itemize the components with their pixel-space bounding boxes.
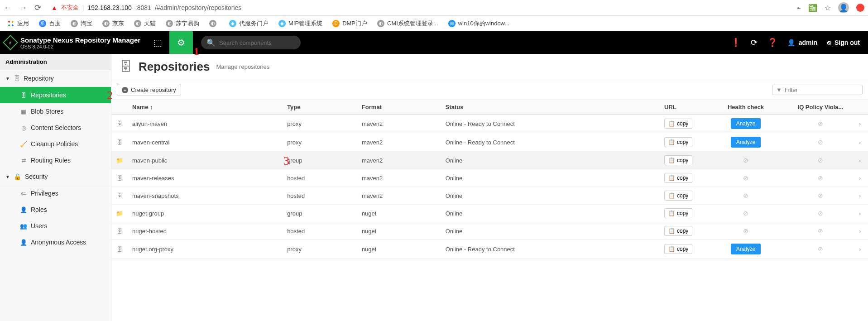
table-row[interactable]: 🗄maven-releaseshostedmaven2Online📋copy⊘⊘… bbox=[111, 169, 868, 187]
caret-down-icon: ▼ bbox=[5, 76, 10, 81]
address-bar[interactable]: ▲ 不安全 | 192.168.23.100:8081/#admin/repos… bbox=[46, 2, 792, 14]
bookmark-item[interactable]: ◐淘宝 bbox=[71, 19, 92, 28]
signout-button[interactable]: ⎋Sign out bbox=[827, 39, 860, 46]
admin-mode-icon[interactable]: ⚙ 1 bbox=[169, 31, 193, 54]
create-repository-button[interactable]: +Create repository bbox=[117, 84, 181, 96]
cell-name: maven-releases bbox=[128, 169, 283, 187]
col-iq[interactable]: IQ Policy Viola... bbox=[786, 100, 854, 115]
sidebar-item-anonymous[interactable]: 👤Anonymous Access bbox=[0, 234, 111, 250]
bookmark-item[interactable]: ⊞win10你的window... bbox=[448, 19, 509, 28]
copy-url-button[interactable]: 📋copy bbox=[664, 173, 692, 183]
copy-url-button[interactable]: 📋copy bbox=[664, 191, 692, 201]
disabled-icon: ⊘ bbox=[818, 157, 823, 164]
cell-name: nuget-group bbox=[128, 205, 283, 222]
table-row[interactable]: 🗄maven-snapshotshostedmaven2Online📋copy⊘… bbox=[111, 187, 868, 205]
bookmark-item[interactable]: DDMP门户 bbox=[332, 19, 367, 28]
route-icon: ⇄ bbox=[20, 157, 27, 164]
repo-icon: 🗄 bbox=[117, 175, 123, 182]
back-icon[interactable]: ← bbox=[4, 3, 12, 13]
globe-icon: ◐ bbox=[71, 20, 78, 27]
bookmark-item[interactable]: ◐天猫 bbox=[134, 19, 156, 28]
repo-icon: 🗄 bbox=[117, 246, 123, 253]
disabled-icon: ⊘ bbox=[818, 192, 823, 199]
sidebar-item-repositories[interactable]: 🗄Repositories2 bbox=[0, 87, 111, 103]
copy-url-button[interactable]: 📋copy bbox=[664, 155, 692, 165]
analyze-button[interactable]: Analyze bbox=[731, 137, 761, 148]
bookmark-item[interactable]: ◐苏宁易购 bbox=[166, 19, 199, 28]
apps-button[interactable]: 应用 bbox=[7, 19, 29, 28]
browse-mode-icon[interactable]: ⬚ bbox=[146, 37, 169, 48]
warning-icon[interactable]: ❗ bbox=[731, 38, 741, 48]
table-row[interactable]: 🗄maven-centralproxymaven2Online - Ready … bbox=[111, 133, 868, 152]
bookmark-item[interactable]: ◆代服务门户 bbox=[229, 19, 269, 28]
analyze-button[interactable]: Analyze bbox=[731, 118, 761, 129]
sidebar-item-content-selectors[interactable]: ◎Content Selectors bbox=[0, 120, 111, 136]
copy-url-button[interactable]: 📋copy bbox=[664, 226, 692, 236]
col-status[interactable]: Status bbox=[441, 100, 660, 115]
search-input[interactable] bbox=[219, 39, 295, 46]
sidebar-item-privileges[interactable]: 🏷Privileges bbox=[0, 185, 111, 201]
chevron-right-icon[interactable]: › bbox=[859, 139, 861, 146]
bookmark-item[interactable]: ◐京东 bbox=[102, 19, 124, 28]
bookmark-item[interactable]: ◐CMI系统管理登录... bbox=[377, 19, 438, 28]
refresh-icon[interactable]: ⟳ bbox=[751, 38, 758, 48]
sidebar-item-routing-rules[interactable]: ⇄Routing Rules bbox=[0, 152, 111, 168]
chevron-right-icon[interactable]: › bbox=[859, 192, 861, 199]
plus-icon: + bbox=[122, 87, 128, 93]
extension-icon[interactable] bbox=[856, 4, 864, 12]
clipboard-icon: 📋 bbox=[668, 175, 675, 181]
forward-icon[interactable]: → bbox=[19, 3, 27, 13]
table-row[interactable]: 🗄nuget-hostedhostednugetOnline📋copy⊘⊘› bbox=[111, 222, 868, 240]
sidebar-group-repository[interactable]: ▼🗄Repository bbox=[0, 70, 111, 87]
star-icon[interactable]: ☆ bbox=[825, 4, 831, 12]
filter-icon: ▼ bbox=[776, 86, 782, 93]
sidebar-group-security[interactable]: ▼🔒Security bbox=[0, 168, 111, 185]
app-logo[interactable]: r bbox=[0, 37, 20, 48]
copy-url-button[interactable]: 📋copy bbox=[664, 208, 692, 218]
sidebar-item-roles[interactable]: 👤Roles bbox=[0, 201, 111, 218]
cell-type: proxy bbox=[283, 240, 357, 259]
chevron-right-icon[interactable]: › bbox=[859, 228, 861, 235]
analyze-button[interactable]: Analyze bbox=[731, 244, 761, 254]
chevron-right-icon[interactable]: › bbox=[859, 246, 861, 253]
search-box[interactable]: 🔍 bbox=[201, 36, 301, 49]
col-format[interactable]: Format bbox=[357, 100, 441, 115]
sidebar-item-blob-stores[interactable]: ▦Blob Stores bbox=[0, 103, 111, 120]
globe-icon: 爪 bbox=[39, 20, 46, 27]
sidebar-item-users[interactable]: 👥Users bbox=[0, 218, 111, 234]
page-title: Repositories bbox=[139, 60, 210, 74]
chevron-right-icon[interactable]: › bbox=[859, 210, 861, 217]
reload-icon[interactable]: ⟳ bbox=[34, 3, 41, 13]
caret-down-icon: ▼ bbox=[5, 174, 10, 179]
bookmark-item[interactable]: 爪百度 bbox=[39, 19, 61, 28]
cell-format: nuget bbox=[357, 205, 441, 222]
globe-icon: ◐ bbox=[102, 20, 110, 27]
table-row[interactable]: 🗄aliyun-mavenproxymaven2Online - Ready t… bbox=[111, 115, 868, 133]
bookmark-item[interactable]: ◐ bbox=[209, 20, 219, 27]
user-menu[interactable]: 👤admin bbox=[787, 39, 817, 46]
copy-url-button[interactable]: 📋copy bbox=[664, 119, 692, 129]
chevron-right-icon[interactable]: › bbox=[859, 175, 861, 182]
profile-icon[interactable]: 👤 bbox=[838, 2, 849, 13]
apps-icon bbox=[7, 20, 14, 27]
col-name[interactable]: Name ↑ bbox=[128, 100, 283, 115]
sidebar-item-cleanup-policies[interactable]: 🧹Cleanup Policies bbox=[0, 136, 111, 152]
col-type[interactable]: Type bbox=[283, 100, 357, 115]
chevron-right-icon[interactable]: › bbox=[859, 120, 861, 127]
disabled-icon: ⊘ bbox=[818, 139, 823, 146]
table-row[interactable]: 📁nuget-groupgroupnugetOnline📋copy⊘⊘› bbox=[111, 205, 868, 222]
translate-icon[interactable]: 🈯 bbox=[808, 4, 817, 12]
key-icon[interactable]: ⌁ bbox=[796, 4, 801, 12]
copy-url-button[interactable]: 📋copy bbox=[664, 137, 692, 147]
globe-icon: ◆ bbox=[278, 20, 286, 27]
table-row[interactable]: 🗄nuget.org-proxyproxynugetOnline - Ready… bbox=[111, 240, 868, 259]
chevron-right-icon[interactable]: › bbox=[859, 157, 861, 164]
filter-box[interactable]: ▼ bbox=[772, 85, 863, 95]
col-url[interactable]: URL bbox=[660, 100, 705, 115]
help-icon[interactable]: ❓ bbox=[767, 38, 777, 48]
bookmark-item[interactable]: ◆MIP管理系统 bbox=[278, 19, 322, 28]
copy-url-button[interactable]: 📋copy bbox=[664, 244, 692, 254]
col-health[interactable]: Health check bbox=[705, 100, 786, 115]
table-row[interactable]: 📁maven-public3groupmaven2Online📋copy⊘⊘› bbox=[111, 152, 868, 169]
filter-input[interactable] bbox=[785, 86, 861, 93]
